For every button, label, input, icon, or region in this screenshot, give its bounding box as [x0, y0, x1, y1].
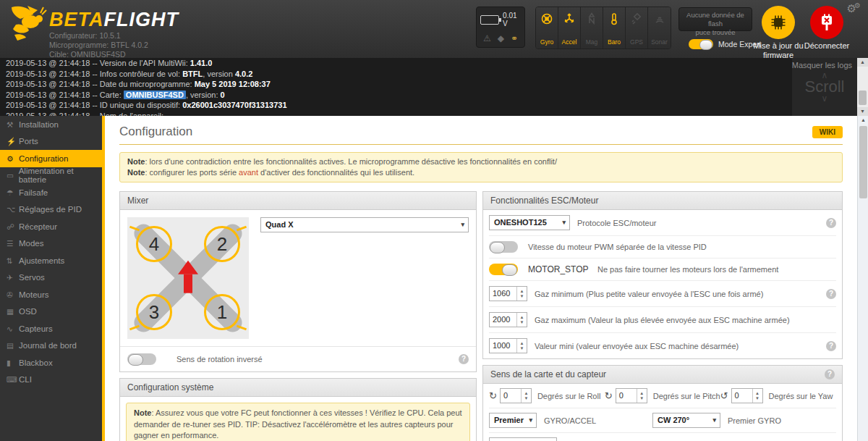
- sidebar-item-servos[interactable]: ✈Servos: [0, 269, 102, 287]
- first-gyro-align-select[interactable]: CW 270°: [652, 413, 720, 428]
- sidebar-item-adjustments[interactable]: ⇅Ajustements: [0, 252, 102, 269]
- wiki-button[interactable]: WIKI: [812, 126, 843, 138]
- scrollbar-up-arrow[interactable]: ▲: [858, 116, 868, 125]
- max-throttle-input[interactable]: 2000▲▼: [489, 312, 527, 327]
- pitch-degrees-input[interactable]: 0▲▼: [616, 388, 647, 403]
- blackbox-icon: ▮: [7, 358, 19, 367]
- hide-logs-link[interactable]: Masquer les logs: [792, 61, 852, 70]
- mixer-type-select[interactable]: Quad X: [260, 217, 469, 232]
- modes-icon: ☰: [7, 239, 19, 248]
- spinner-arrows-icon[interactable]: ▲▼: [516, 339, 527, 353]
- sensor-mag: Mag: [581, 7, 603, 49]
- log-entry: 2019-05-13 @ 21:44:18 -- Carte: OMNIBUSF…: [0, 90, 857, 101]
- spinner-arrows-icon[interactable]: ▲▼: [516, 287, 527, 301]
- help-icon[interactable]: ?: [826, 341, 836, 351]
- pwm-separate-speed-toggle[interactable]: [489, 241, 518, 253]
- scroll-down-chevron-icon[interactable]: ∨: [822, 95, 828, 102]
- help-icon[interactable]: ?: [826, 218, 836, 228]
- system-configuration-panel: Configuration système Note: Assurez vous…: [119, 378, 477, 441]
- sidebar-item-sensors[interactable]: ∿Capteurs: [0, 320, 102, 337]
- yaw-degrees-input[interactable]: 0▲▼: [731, 388, 763, 403]
- terminal-icon: ⌨: [7, 375, 19, 384]
- sidebar-item-logbook[interactable]: ▤Journal de bord: [0, 337, 102, 355]
- failsafe-icon: ◆: [498, 33, 504, 43]
- sidebar-item-failsafe[interactable]: ☂Failsafe: [0, 184, 102, 201]
- reversed-motor-direction-toggle[interactable]: [127, 353, 156, 365]
- configuration-tab-content: Configuration WIKI Note: lors d'une cont…: [105, 116, 857, 441]
- settings-gear-icon[interactable]: ⚙⚙: [847, 1, 861, 15]
- firmware-version: Microprogramme: BTFL 4.0.2: [49, 41, 179, 50]
- sidebar-item-receiver[interactable]: ☍Récepteur: [0, 218, 102, 235]
- sidebar-item-pid-tuning[interactable]: ⌥Réglages de PID: [0, 201, 102, 219]
- sidebar-item-configuration[interactable]: ⚙Configuration: [0, 150, 102, 167]
- log-scrollbar[interactable]: ▲ ▼: [857, 58, 868, 116]
- sidebar-item-power-battery[interactable]: ▭Alimentation et batterie: [0, 167, 102, 185]
- configurator-version: Configurateur: 10.5.1: [49, 31, 179, 41]
- min-command-label: Valeur mini (valeur envoyée aux ESC mach…: [535, 342, 739, 350]
- spinner-arrows-icon[interactable]: ▲▼: [516, 313, 527, 327]
- motor-icon: ✇: [7, 290, 19, 299]
- sidebar-item-modes[interactable]: ☰Modes: [0, 235, 102, 253]
- sidebar-item-motors[interactable]: ✇Moteurs: [0, 286, 102, 303]
- sitemap-icon: ⌥: [7, 205, 19, 214]
- scrollbar-down-arrow[interactable]: ▼: [857, 107, 868, 116]
- parachute-icon: ☂: [7, 188, 19, 197]
- scrollbar-thumb[interactable]: [859, 126, 867, 198]
- min-command-input[interactable]: 1000▲▼: [489, 338, 527, 353]
- mixer-panel-header: Mixer: [120, 192, 476, 210]
- log-entry: 2019-05-13 @ 21:44:18 -- Infos contrôleu…: [0, 69, 857, 80]
- sidebar-item-blackbox[interactable]: ▮Blackbox: [0, 354, 102, 371]
- log-console: 2019-05-13 @ 21:44:18 -- Version de l'AP…: [0, 58, 857, 116]
- mag-align-select[interactable]: Défaut: [489, 437, 557, 441]
- content-scrollbar[interactable]: ▲: [857, 116, 868, 441]
- spinner-arrows-icon[interactable]: ▲▼: [521, 389, 531, 403]
- spinner-arrows-icon[interactable]: ▲▼: [637, 389, 647, 403]
- sonar-icon: [653, 12, 666, 25]
- roll-rotation-icon: ↻: [489, 390, 497, 401]
- esc-motor-features-panel: Fonctionnalités ESC/Moteur ONESHOT125 Pr…: [482, 191, 843, 359]
- help-icon[interactable]: ?: [825, 369, 835, 379]
- help-icon[interactable]: ?: [459, 354, 469, 364]
- min-throttle-input[interactable]: 1060▲▼: [489, 286, 527, 301]
- app-header: BETAFLIGHT Configurateur: 10.5.1 Micropr…: [0, 0, 868, 58]
- board-sensor-alignment-header: Sens de la carte et du capteur ?: [483, 366, 842, 384]
- battery-icon: ▭: [7, 171, 19, 180]
- title-divider: [119, 144, 843, 145]
- battery-status-box: 0.01 V ⚠ ◆ ⚭: [476, 7, 525, 48]
- expert-mode-toggle[interactable]: [689, 39, 713, 49]
- motor-stop-toggle[interactable]: [489, 264, 518, 275]
- accel-icon: [563, 12, 576, 25]
- sidebar-item-installation[interactable]: ⚒Installation: [0, 116, 102, 133]
- scroll-label: Scroll: [804, 79, 844, 95]
- gyro-icon: [540, 12, 553, 25]
- forward-arrow-icon: [178, 261, 198, 293]
- sidebar-item-ports[interactable]: ⚡Ports: [0, 133, 102, 151]
- scrollbar-up-arrow[interactable]: ▲: [857, 58, 868, 67]
- pitch-degrees-label: Degrés sur le Pitch: [653, 392, 720, 400]
- usb-link-icon: ⚭: [511, 33, 518, 43]
- log-entry: 2019-05-13 @ 21:44:18 -- ID unique du di…: [0, 100, 857, 111]
- esc-protocol-select[interactable]: ONESHOT125: [489, 215, 570, 230]
- spinner-arrows-icon[interactable]: ▲▼: [752, 389, 762, 403]
- disconnect-label: Déconnecter: [799, 41, 855, 51]
- sidebar-nav: ⚒Installation ⚡Ports ⚙Configuration ▭Ali…: [0, 116, 105, 441]
- firmware-update-button[interactable]: [762, 6, 795, 39]
- target-board: Cible: OMNIBUSF4SD: [49, 50, 179, 59]
- yaw-degrees-label: Degrés sur le Yaw: [769, 392, 833, 400]
- sensor-accel: Accel: [558, 7, 581, 49]
- log-entry: 2019-05-13 @ 21:44:18 -- Version de l'AP…: [0, 58, 857, 69]
- roll-degrees-input[interactable]: 0▲▼: [500, 388, 532, 403]
- disconnect-button[interactable]: [810, 6, 843, 39]
- sensor-gyro: Gyro: [536, 7, 558, 49]
- sensor-status-bar: Gyro Accel Mag Baro: [535, 7, 671, 49]
- sidebar-item-osd[interactable]: ▦OSD: [0, 303, 102, 321]
- battery-icon: [480, 15, 499, 25]
- help-icon[interactable]: ?: [826, 289, 836, 299]
- esc-motor-features-header: Fonctionnalités ESC/Moteur: [483, 192, 842, 210]
- gyro-accel-align-select[interactable]: Premier: [489, 413, 537, 428]
- log-entry: 2019-05-13 @ 21:44:18 -- Nom de l'appare…: [0, 111, 857, 116]
- scrollbar-thumb[interactable]: [859, 91, 867, 105]
- motor-stop-description: Ne pas faire tourner les moteurs lors de…: [597, 265, 778, 274]
- sidebar-item-cli[interactable]: ⌨CLI: [0, 371, 102, 389]
- flash-data-message: Aucune donnée de flash puce trouvée: [678, 7, 752, 31]
